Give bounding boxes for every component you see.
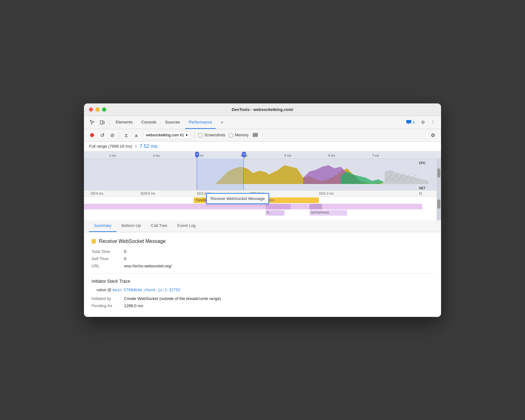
svg-marker-12 <box>385 170 429 184</box>
nav-divider-1 <box>109 119 109 125</box>
bottom-tabs: Summary Bottom-Up Call Tree Event Log <box>84 220 441 232</box>
self-time-row: Self Time 0 <box>91 256 434 261</box>
settings-icon[interactable]: ⚙ <box>418 118 427 127</box>
selection-left-handle[interactable]: ⏸ <box>197 151 197 159</box>
flame-row-2[interactable] <box>84 204 422 209</box>
initiated-by-row: Initiated by Create WebSocket (outside o… <box>91 296 434 301</box>
flame-scrollbar-thumb[interactable] <box>437 199 440 209</box>
full-range-text: Full range (7899.18 ms) <box>89 144 132 149</box>
toolbar: ↺ ⊘ websocketking.com #1 ▾ <box>84 129 441 142</box>
tab-bottom-up[interactable]: Bottom-Up <box>117 220 146 232</box>
minimize-button[interactable] <box>96 108 100 112</box>
timeline-scrollbar-thumb[interactable] <box>437 168 440 178</box>
time-label-6: 31 <box>419 192 422 195</box>
refresh-button[interactable]: ↺ <box>98 131 107 139</box>
summary-panel: Receive WebSocket Message Total Time 0 S… <box>84 232 441 317</box>
chevron-down-icon: ▾ <box>186 133 188 137</box>
initiated-label: Initiated by <box>91 296 117 301</box>
self-time-value: 0 <box>124 256 126 261</box>
window-title: DevTools - websocketking.com/ <box>232 107 293 112</box>
total-time-label: Total Time <box>91 249 117 254</box>
close-button[interactable] <box>89 108 93 112</box>
summary-divider <box>91 273 434 274</box>
websocket-tooltip: Receive WebSocket Message <box>206 193 269 204</box>
cpu-label: CPU <box>419 161 425 165</box>
timeline-ruler: 1 ms 2 ms 3 ms 4 ms 5 ms 6 ms 7 ms ⏸ ⏸ <box>84 151 441 159</box>
cpu-chart-area: CPU NET <box>84 159 441 190</box>
event-color-indicator <box>91 239 96 244</box>
time-label-1: 100.6 ms <box>90 192 103 195</box>
perf-settings-button[interactable]: ⚙ <box>429 131 437 139</box>
upload-button[interactable] <box>122 131 131 139</box>
cpu-chart-svg <box>84 159 429 190</box>
total-time-value: 0 <box>124 249 126 254</box>
clear-button[interactable]: ⊘ <box>108 131 117 139</box>
clear-cache-button[interactable] <box>251 131 260 139</box>
time-label-2: 3100.8 ms <box>140 192 155 195</box>
toolbar-divider-1 <box>119 132 119 138</box>
range-arrow: > <box>135 144 137 149</box>
pending-row: Pending for 1288.0 ms <box>91 303 434 308</box>
svg-rect-0 <box>100 121 103 124</box>
self-time-label: Self Time <box>91 256 117 261</box>
tab-elements[interactable]: Elements <box>112 116 136 129</box>
source-selector[interactable]: websocketking.com #1 ▾ <box>143 131 190 139</box>
url-row: URL wss://echo.websocket.org/ <box>91 264 434 268</box>
tab-call-tree[interactable]: Call Tree <box>146 220 172 232</box>
url-value: wss://echo.websocket.org/ <box>124 264 172 268</box>
initiator-title: Initiator Stack Trace <box>91 279 434 284</box>
tab-summary[interactable]: Summary <box>89 220 117 232</box>
net-label: NET <box>419 186 425 190</box>
tab-sources[interactable]: Sources <box>161 116 184 129</box>
download-button[interactable] <box>132 131 141 139</box>
d-label-bar[interactable]: d... <box>266 210 284 216</box>
timeline-wrapper: 1 ms 2 ms 3 ms 4 ms 5 ms 6 ms 7 ms ⏸ ⏸ <box>84 151 441 220</box>
device-toggle-icon[interactable] <box>98 118 107 127</box>
range-bar: Full range (7899.18 ms) > 7.52 ms <box>84 142 441 151</box>
tick-2ms: 2 ms <box>153 154 160 157</box>
svg-rect-1 <box>103 121 104 124</box>
flame-chart-area: 100.6 ms 3100.8 ms 3101.0 ms 3101.2 ms 3… <box>84 190 441 220</box>
tick-6ms: 6 ms <box>328 154 335 157</box>
memory-checkbox-label[interactable]: Memory <box>229 133 248 137</box>
tab-console[interactable]: Console <box>138 116 160 129</box>
url-label: URL <box>91 264 117 268</box>
nav-bar: Elements Console Sources Performance » 3 <box>84 116 441 129</box>
selection-overlay <box>197 159 244 190</box>
anonymous-bar[interactable]: (anonymous) <box>309 210 347 216</box>
summary-event-title: Receive WebSocket Message <box>91 239 434 244</box>
tab-event-log[interactable]: Event Log <box>172 220 201 232</box>
svg-rect-4 <box>253 134 257 135</box>
svg-marker-11 <box>341 171 385 184</box>
screenshots-checkbox[interactable] <box>198 133 202 137</box>
stack-trace-line: value @ main.5780db4e.chunk.js:2:32752 <box>91 287 434 292</box>
total-time-row: Total Time 0 <box>91 249 434 254</box>
timeline-scrollbar-track[interactable] <box>437 159 441 190</box>
pending-value: 1288.0 ms <box>124 303 143 308</box>
record-button[interactable] <box>88 131 96 139</box>
tab-more[interactable]: » <box>217 116 227 129</box>
screenshots-checkbox-label[interactable]: Screenshots <box>198 133 225 137</box>
more-icon[interactable]: ⋮ <box>429 118 437 127</box>
element-picker-icon[interactable] <box>88 118 96 127</box>
devtools-window: DevTools - websocketking.com/ Elements C… <box>84 103 441 317</box>
selected-range: 7.52 ms <box>140 144 158 149</box>
tab-performance[interactable]: Performance <box>185 116 216 129</box>
maximize-button[interactable] <box>102 108 106 112</box>
svg-rect-3 <box>253 133 257 134</box>
time-label-5: 3101.4 ms <box>319 192 334 195</box>
tick-7ms: 7 ms <box>372 154 379 157</box>
svg-rect-5 <box>253 136 257 137</box>
devtools-panel: Elements Console Sources Performance » 3 <box>84 116 441 317</box>
svg-point-2 <box>90 133 94 137</box>
tick-5ms: 5 ms <box>284 154 291 157</box>
memory-checkbox[interactable] <box>229 133 233 137</box>
stack-link[interactable]: main.5780db4e.chunk.js:2:32752 <box>113 288 180 292</box>
pending-label: Pending for <box>91 303 117 308</box>
traffic-lights <box>89 108 106 112</box>
feedback-badge[interactable]: 3 <box>404 120 417 125</box>
flame-scrollbar-track[interactable] <box>437 191 441 220</box>
selection-right-handle[interactable]: ⏸ <box>244 151 244 159</box>
toolbar-divider-2 <box>194 132 195 138</box>
initiated-value: Create WebSocket (outside of the breadcr… <box>124 296 221 301</box>
